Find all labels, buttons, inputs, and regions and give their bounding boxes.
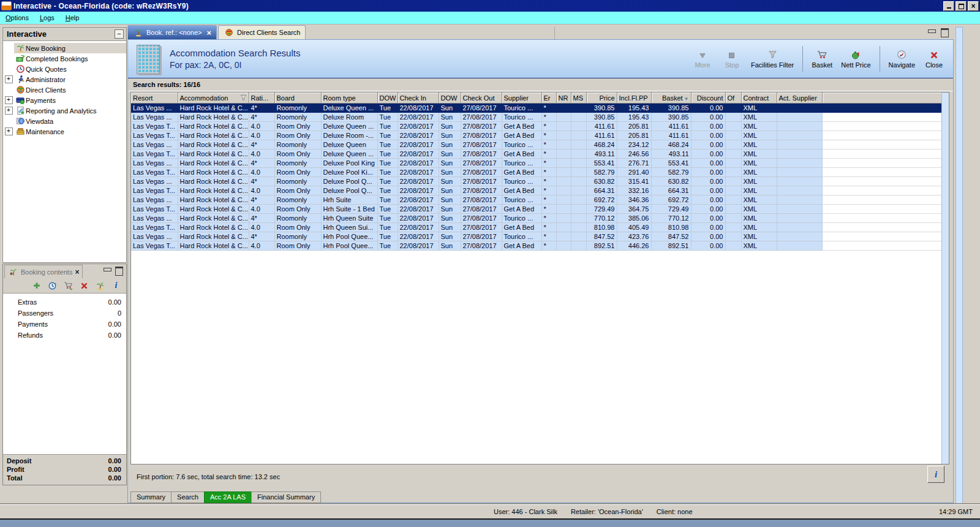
result-row[interactable]: Las Vegas T...Hard Rock Hotel & C...4.0R… [131,150,949,159]
booking-contents-tab[interactable]: Booking contents × [4,265,83,278]
navigate-button[interactable]: Navigate [889,49,915,69]
filter-funnel-icon[interactable] [240,94,247,101]
col-check-out[interactable]: Check Out [461,93,502,104]
result-row[interactable]: Las Vegas T...Hard Rock Hotel & C...4.0R… [131,223,949,232]
app-scrollbar[interactable] [956,27,963,519]
sidebar-item-viewdata[interactable]: Viewdata [3,116,126,126]
result-row[interactable]: Las Vegas T...Hard Rock Hotel & C...4.0R… [131,131,949,140]
viewdata-icon [15,116,26,126]
minimize-button[interactable] [943,1,954,11]
col-nr[interactable]: NR [556,93,571,104]
col-act-supplier[interactable]: Act. Supplier [777,93,822,104]
close-booking-tab-icon[interactable]: × [75,268,79,276]
list-item[interactable]: Passengers0 [3,308,126,319]
col-basket[interactable]: Basket▼ [651,93,691,104]
col-dow-in[interactable]: DOW [377,93,398,104]
add-button[interactable] [31,281,42,291]
col-accommodation[interactable]: Accommodation [178,93,249,104]
tab-direct-clients-search[interactable]: Direct Clients Search [218,25,306,39]
sort-desc-icon[interactable]: ▼ [684,96,689,102]
close-results-button[interactable]: Close [924,49,944,69]
col-dow-out[interactable]: DOW [439,93,461,104]
list-item[interactable]: Refunds0.00 [3,330,126,341]
booking-contents-panel: Booking contents × i Extras0.00 Passenge… [2,264,127,485]
col-discount[interactable]: Discount [691,93,725,104]
tab-search[interactable]: Search [171,491,205,503]
col-er[interactable]: Er [541,93,556,104]
expand-icon[interactable]: + [5,107,13,115]
result-row[interactable]: Las Vegas T...Hard Rock Hotel & C...4.0R… [131,205,949,214]
result-row[interactable]: Las Vegas ...Hard Rock Hotel & C...4*Roo… [131,195,949,205]
col-rating[interactable]: Rati... [249,93,274,104]
expand-icon[interactable]: + [5,127,13,135]
booking-toolbar: i [3,278,126,294]
sidebar-item-completed-bookings[interactable]: Completed Bookings [3,53,126,64]
expand-icon[interactable]: + [5,96,13,104]
minimize-view-icon[interactable] [928,29,936,33]
result-row[interactable]: Las Vegas ...Hard Rock Hotel & C...4*Roo… [131,104,949,113]
basket-button[interactable]: Basket [812,49,832,69]
tab-booking-ref[interactable]: Book. ref.: <none> × [127,25,217,39]
collapse-sidebar-button[interactable]: − [115,29,124,39]
col-ms[interactable]: MS [571,93,586,104]
minimize-panel-icon[interactable] [104,268,111,271]
stop-icon [728,49,736,59]
menu-options[interactable]: Options [0,13,34,23]
sidebar-item-new-booking[interactable]: New Booking [3,43,126,53]
move-to-basket-button[interactable] [63,281,74,291]
col-resort[interactable]: Resort [131,93,178,104]
nett-price-button[interactable]: Nett Price [841,49,870,69]
result-row[interactable]: Las Vegas T...Hard Rock Hotel & C...4.0R… [131,122,949,131]
sidebar-item-administrator[interactable]: + Administrator [3,74,126,85]
facilities-filter-button[interactable]: Facilities Filter [751,49,794,69]
tab-financial-summary[interactable]: Financial Summary [251,491,321,503]
info-button-small[interactable]: i [111,281,121,291]
sidebar-item-maintenance[interactable]: + Maintenance [3,126,126,137]
tab-summary[interactable]: Summary [130,491,172,503]
sidebar-item-quick-quotes[interactable]: Quick Quotes [3,64,126,74]
col-of[interactable]: Of [725,93,741,104]
col-incl-fl-pp[interactable]: Incl.Fl.PP [617,93,651,104]
table-scrollbar[interactable] [941,93,949,464]
holiday-palm-button[interactable] [95,281,105,291]
col-board[interactable]: Board [274,93,321,104]
list-item[interactable]: Payments0.00 [3,319,126,330]
titlebar[interactable]: Interactive - Ocean-Florida (code: wRezW… [0,0,980,12]
result-row[interactable]: Las Vegas ...Hard Rock Hotel & C...4*Roo… [131,177,949,186]
requote-clock-button[interactable] [47,281,58,291]
menu-help[interactable]: Help [60,13,85,23]
col-contract[interactable]: Contract [741,93,777,104]
result-row[interactable]: Las Vegas T...Hard Rock Hotel & C...4.0R… [131,168,949,177]
maximize-panel-icon[interactable] [115,267,123,276]
col-room-type[interactable]: Room type [321,93,377,104]
accommodation-results-view: Accommodation Search Results For pax: 2A… [127,39,954,503]
result-row[interactable]: Las Vegas T...Hard Rock Hotel & C...4.0R… [131,186,949,195]
result-row[interactable]: Las Vegas ...Hard Rock Hotel & C...4*Roo… [131,140,949,150]
sidebar-item-direct-clients[interactable]: Direct Clients [3,85,126,95]
results-table: Resort Accommodation Rati... Board Room … [131,93,949,251]
result-row[interactable]: Las Vegas ...Hard Rock Hotel & C...4*Roo… [131,214,949,223]
col-price[interactable]: Price [586,93,617,104]
palm-icon [133,28,143,37]
list-item[interactable]: Extras0.00 [3,297,126,308]
close-window-button[interactable]: × [968,1,979,11]
result-row[interactable]: Las Vegas ...Hard Rock Hotel & C...4*Roo… [131,232,949,241]
result-row[interactable]: Las Vegas T...Hard Rock Hotel & C...4.0R… [131,241,949,251]
stop-button[interactable]: Stop [722,49,742,69]
results-footer: First portion: 7.6 sec, total search tim… [128,463,953,491]
expand-icon[interactable]: + [5,75,13,83]
delete-button[interactable] [79,281,89,291]
more-button[interactable]: More [692,49,713,69]
result-row[interactable]: Las Vegas ...Hard Rock Hotel & C...4*Roo… [131,113,949,122]
menu-logs[interactable]: Logs [34,13,60,23]
restore-button[interactable] [956,1,967,11]
col-check-in[interactable]: Check In [398,93,439,104]
result-row[interactable]: Las Vegas ...Hard Rock Hotel & C...4*Roo… [131,159,949,168]
maximize-view-icon[interactable] [941,28,949,37]
tab-acc-2a-las[interactable]: Acc 2A LAS [204,491,252,503]
sidebar-item-reporting-analytics[interactable]: + Reporting and Analytics [3,105,126,116]
info-button[interactable]: i [927,466,944,483]
close-tab-icon[interactable]: × [207,28,212,37]
col-supplier[interactable]: Supplier [502,93,541,104]
sidebar-item-payments[interactable]: + Payments [3,95,126,105]
